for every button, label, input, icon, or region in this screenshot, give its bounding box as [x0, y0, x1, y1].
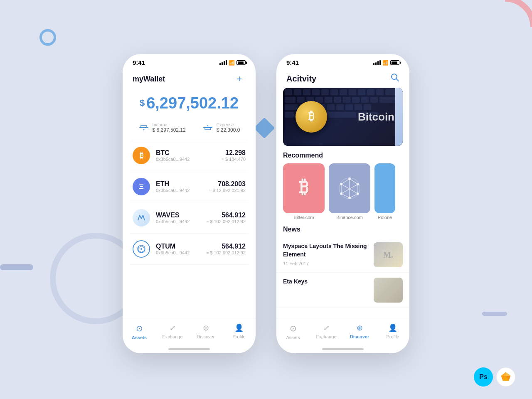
nav-discover-1[interactable]: ⊕ Discover	[193, 323, 218, 340]
crypto-item-btc[interactable]: ₿ BTC 0x3b5ca0...9442 12.298 ≈ $ 184,470	[129, 140, 249, 171]
tools-row: Ps	[474, 367, 515, 387]
profile-icon-1: 👤	[234, 323, 244, 332]
home-indicator-2	[276, 348, 409, 353]
battery-icon-1	[236, 60, 246, 65]
nav-profile-2[interactable]: 👤 Profile	[380, 323, 405, 340]
recommend-card-polone	[374, 163, 395, 213]
svg-rect-24	[334, 97, 341, 103]
nav-label-exchange-1: Exchange	[163, 334, 183, 339]
recommend-item-polone[interactable]: Polone	[374, 163, 395, 220]
svg-text:M.: M.	[383, 250, 393, 259]
svg-rect-7	[285, 89, 292, 95]
news-item-2[interactable]: Eta Keys	[276, 273, 409, 308]
svg-rect-34	[327, 104, 335, 110]
btc-address: 0x3b5ca0...9442	[156, 157, 222, 162]
recommend-item-bitter[interactable]: ₿ Bitter.com	[283, 163, 325, 220]
income-icon	[138, 124, 149, 131]
dollar-sign: $	[140, 98, 145, 108]
income-value: $ 6,297,502.12	[153, 127, 186, 133]
nav-discover-2[interactable]: ⊕ Discover	[347, 323, 372, 340]
svg-rect-37	[355, 104, 362, 110]
phone-activity: 9:41 📶 Acitvity	[276, 54, 409, 353]
bottom-nav-2: ⊙ Assets ⤢ Exchange ⊕ Discover 👤 Profile	[276, 318, 409, 348]
expense-item: Expense $ 22,300.0	[202, 122, 240, 133]
search-button[interactable]	[390, 73, 399, 84]
recommend-card-binance	[329, 163, 370, 213]
svg-rect-1	[203, 127, 212, 128]
nav-assets-1[interactable]: ⊙ Assets	[127, 323, 152, 340]
recommend-scroll: ₿ Bitter.com	[276, 163, 409, 220]
crypto-item-waves[interactable]: WAVES 0x3b5ca0...9442 564.912 ≈ $ 102,09…	[129, 202, 249, 234]
eth-address: 0x3b5ca0...9442	[156, 188, 209, 193]
nav-label-profile-2: Profile	[386, 334, 399, 339]
eth-usd: ≈ $ 12,092,021.92	[209, 188, 246, 193]
news-thumb-inner-1: M.	[374, 242, 403, 267]
add-wallet-button[interactable]: +	[233, 73, 246, 85]
qtum-info: QTUM 0x3b5ca0...9442	[156, 243, 206, 255]
nav-exchange-1[interactable]: ⤢ Exchange	[160, 323, 185, 340]
waves-amount: 564.912	[206, 212, 246, 219]
svg-text:₿: ₿	[308, 110, 314, 123]
wallet-title: myWallet	[133, 75, 165, 84]
photoshop-icon: Ps	[474, 367, 493, 387]
waves-info: WAVES 0x3b5ca0...9442	[156, 212, 206, 224]
svg-rect-0	[139, 127, 148, 128]
balance-amount: 6,297,502.12	[146, 94, 239, 112]
bg-decoration-circle-blue	[39, 29, 56, 46]
nav-label-assets-1: Assets	[132, 335, 147, 340]
expense-label: Expense	[217, 122, 240, 127]
news-title: News	[276, 220, 409, 237]
expense-value: $ 22,300.0	[217, 127, 240, 133]
svg-rect-13	[340, 89, 347, 95]
svg-rect-12	[330, 89, 338, 95]
svg-rect-35	[336, 104, 344, 110]
eth-amount: 708.2003	[209, 180, 246, 188]
eth-icon: Ξ	[133, 178, 150, 195]
activity-header: Acitvity	[276, 69, 409, 88]
status-time-1: 9:41	[133, 59, 145, 66]
expense-icon	[202, 124, 213, 131]
crypto-item-eth[interactable]: Ξ ETH 0x3b5ca0...9442 708.2003 ≈ $ 12,09…	[129, 171, 249, 202]
news-title-2: Eta Keys	[283, 278, 369, 286]
waves-values: 564.912 ≈ $ 102,092,012.92	[206, 212, 246, 224]
waves-address: 0x3b5ca0...9442	[156, 219, 206, 224]
news-text-2: Eta Keys	[283, 278, 369, 286]
status-icons-1: 📶	[219, 60, 246, 66]
wallet-header: myWallet +	[123, 69, 256, 88]
bottom-nav-1: ⊙ Assets ⤢ Exchange ⊕ Discover 👤 Profile	[123, 318, 256, 348]
qtum-usd: ≈ $ 102,092,012.92	[206, 250, 246, 255]
eth-name: ETH	[156, 180, 209, 188]
home-bar-2	[322, 348, 364, 350]
bitcoin-banner[interactable]: ₿ Bitcoin	[283, 88, 403, 146]
nav-assets-2[interactable]: ⊙ Assets	[281, 323, 305, 340]
svg-point-55	[340, 192, 342, 195]
nav-label-exchange-2: Exchange	[316, 334, 337, 339]
news-date-1: 11 Feb 2017	[283, 261, 369, 266]
svg-point-4	[140, 248, 142, 250]
nav-profile-1[interactable]: 👤 Profile	[227, 323, 251, 340]
phone-wallet: 9:41 📶 myWallet + $	[123, 54, 256, 353]
exchange-icon-1: ⤢	[170, 323, 176, 332]
svg-line-6	[397, 79, 399, 81]
signal-icon-2	[373, 60, 381, 65]
nav-label-discover-2: Discover	[350, 334, 369, 339]
rec-label-polone: Polone	[378, 213, 392, 220]
home-indicator-1	[123, 348, 256, 353]
status-icons-2: 📶	[373, 60, 399, 66]
assets-icon-1: ⊙	[136, 323, 143, 333]
bg-decoration-bar-2	[482, 312, 507, 316]
news-item-1[interactable]: Myspace Layouts The Missing Element 11 F…	[276, 237, 409, 273]
profile-icon-2: 👤	[388, 323, 397, 332]
btc-icon: ₿	[133, 147, 150, 164]
wifi-icon-1: 📶	[229, 60, 235, 66]
waves-icon	[133, 209, 150, 227]
balance-section: $ 6,297,502.12	[123, 88, 256, 121]
svg-rect-16	[367, 89, 374, 95]
nav-exchange-2[interactable]: ⤢ Exchange	[314, 323, 339, 340]
news-text-1: Myspace Layouts The Missing Element 11 F…	[283, 242, 369, 266]
svg-rect-14	[349, 89, 356, 95]
crypto-item-qtum[interactable]: QTUM 0x3b5ca0...9442 564.912 ≈ $ 102,092…	[129, 234, 249, 265]
income-label: Income	[153, 122, 186, 127]
recommend-item-binance[interactable]: Binance.com	[329, 163, 370, 220]
battery-icon-2	[390, 60, 399, 65]
